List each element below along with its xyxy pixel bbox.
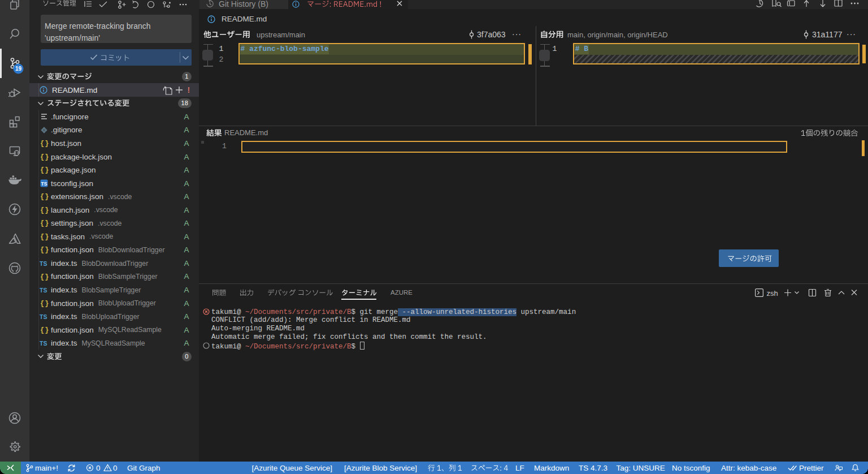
svg-text:TS: TS [41,181,47,187]
svg-text:19: 19 [15,66,22,72]
